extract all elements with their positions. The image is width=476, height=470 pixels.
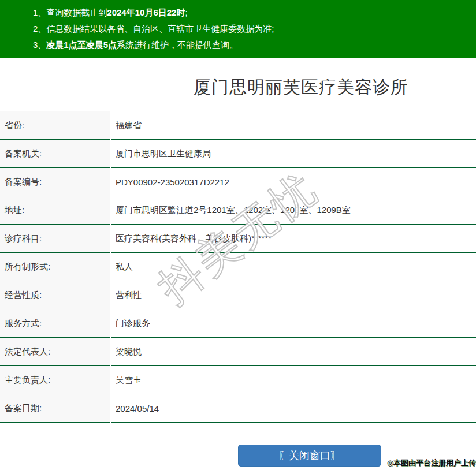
row-value-treatment-subjects: 医疗美容科(美容外科、美容皮肤科)****** <box>111 225 476 253</box>
table-row: 地址: 厦门市思明区鹭江道2号1201室、1202室、1203室、1209B室 <box>0 196 476 225</box>
row-label-province: 省份: <box>0 111 110 140</box>
table-row: 服务方式: 门诊服务 <box>0 309 476 338</box>
notice-line-3: 3、凌晨1点至凌晨5点系统进行维护，不能提供查询。 <box>33 37 476 53</box>
row-label-operating-nature: 经营性质: <box>0 281 110 309</box>
row-label-filing-date: 备案日期: <box>0 394 110 423</box>
table-row: 备案日期: 2024/05/14 <box>0 394 476 423</box>
table-row: 备案编号: PDY00902-235020317D2212 <box>0 168 476 196</box>
row-value-legal-representative: 梁晓悦 <box>111 338 476 366</box>
table-row: 诊疗科目: 医疗美容科(美容外科、美容皮肤科)****** <box>0 225 476 253</box>
notice-bar: 1、查询数据截止到2024年10月6日22时; 2、信息数据结果以各省、自治区、… <box>0 0 476 58</box>
notice-line-3-bold: 凌晨1点至凌晨5点 <box>46 40 117 50</box>
row-value-province: 福建省 <box>111 111 476 140</box>
row-label-legal-representative: 法定代表人: <box>0 338 110 366</box>
notice-line-1-text: 1、查询数据截止到 <box>33 8 107 17</box>
row-value-address: 厦门市思明区鹭江道2号1201室、1202室、1203室、1209B室 <box>111 196 476 225</box>
row-label-address: 地址: <box>0 196 110 225</box>
table-row: 法定代表人: 梁晓悦 <box>0 338 476 366</box>
row-value-filing-date: 2024/05/14 <box>111 394 476 423</box>
notice-line-3-text: 3、 <box>33 40 46 50</box>
row-value-operating-nature: 营利性 <box>111 281 476 309</box>
attribution-text: ◎本图由平台注册用户上传 <box>387 458 476 468</box>
table-row: 所有制形式: 私人 <box>0 253 476 281</box>
record-table: 省份: 福建省 备案机关: 厦门市思明区卫生健康局 备案编号: PDY00902… <box>0 111 476 423</box>
table-row: 备案机关: 厦门市思明区卫生健康局 <box>0 140 476 168</box>
row-value-filing-authority: 厦门市思明区卫生健康局 <box>111 140 476 168</box>
row-label-filing-number: 备案编号: <box>0 168 110 196</box>
row-label-principal: 主要负责人: <box>0 366 110 394</box>
table-row: 主要负责人: 吴雪玉 <box>0 366 476 394</box>
close-window-button[interactable]: 〖关闭窗口〗 <box>238 445 381 467</box>
notice-line-1-bold: 2024年10月6日22时 <box>107 8 185 17</box>
row-label-filing-authority: 备案机关: <box>0 140 110 168</box>
row-label-ownership-form: 所有制形式: <box>0 253 110 281</box>
row-label-treatment-subjects: 诊疗科目: <box>0 225 110 253</box>
table-row: 省份: 福建省 <box>0 111 476 140</box>
notice-line-2-text: 2、信息数据结果以各省、自治区、直辖市卫生健康委数据为准; <box>33 24 274 33</box>
page-title: 厦门思明丽芙医疗美容诊所 <box>0 76 476 99</box>
notice-line-3-suffix: 系统进行维护，不能提供查询。 <box>117 40 238 50</box>
row-value-ownership-form: 私人 <box>111 253 476 281</box>
notice-line-1-suffix: ; <box>185 8 187 17</box>
row-value-principal: 吴雪玉 <box>111 366 476 394</box>
table-row: 经营性质: 营利性 <box>0 281 476 309</box>
notice-line-1: 1、查询数据截止到2024年10月6日22时; <box>33 5 476 21</box>
row-label-service-mode: 服务方式: <box>0 309 110 338</box>
notice-line-2: 2、信息数据结果以各省、自治区、直辖市卫生健康委数据为准; <box>33 21 476 37</box>
row-value-service-mode: 门诊服务 <box>111 309 476 338</box>
row-value-filing-number: PDY00902-235020317D2212 <box>111 168 476 196</box>
